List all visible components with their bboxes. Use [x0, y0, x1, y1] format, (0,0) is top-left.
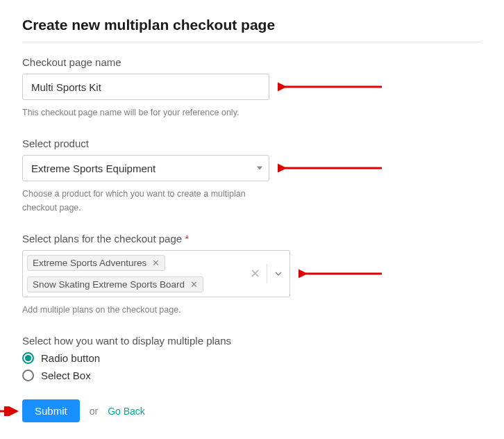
radio-option-radio-button[interactable]: Radio button — [22, 352, 482, 364]
page-title: Create new multiplan checkout page — [22, 17, 482, 33]
display-label: Select how you want to display multiple … — [22, 335, 482, 347]
form-actions: Submit or Go Back — [22, 399, 482, 422]
field-page-name: Checkout page name This checkout page na… — [22, 56, 482, 119]
plans-multiselect[interactable]: Extreme Sports Adventures ✕ Snow Skating… — [22, 250, 290, 297]
radio-icon — [22, 352, 34, 364]
radio-label: Select Box — [41, 370, 91, 381]
arrow-icon — [278, 81, 382, 92]
remove-tag-icon[interactable]: ✕ — [152, 258, 160, 268]
remove-tag-icon[interactable]: ✕ — [190, 279, 198, 290]
page-name-input[interactable] — [22, 74, 269, 100]
caret-down-icon — [257, 167, 262, 170]
product-label: Select product — [22, 138, 482, 149]
arrow-icon — [278, 163, 382, 174]
submit-button[interactable]: Submit — [22, 399, 80, 422]
field-display: Select how you want to display multiple … — [22, 335, 482, 381]
plans-tags-area: Extreme Sports Adventures ✕ Snow Skating… — [23, 251, 242, 297]
arrow-icon — [0, 406, 21, 416]
clear-all-icon[interactable]: ✕ — [243, 266, 267, 281]
product-select-value: Extreme Sports Equipment — [31, 163, 156, 174]
chevron-down-icon — [275, 270, 282, 277]
go-back-link[interactable]: Go Back — [108, 406, 145, 417]
page-name-label: Checkout page name — [22, 56, 482, 68]
product-helper: Choose a product for which you want to c… — [22, 187, 279, 215]
arrow-icon — [299, 268, 382, 279]
or-text: or — [90, 406, 98, 417]
plans-label-text: Select plans for the checkout page — [22, 233, 182, 245]
radio-icon — [22, 370, 34, 381]
radio-label: Radio button — [41, 352, 100, 364]
field-plans: Select plans for the checkout page * Ext… — [22, 233, 482, 317]
product-select[interactable]: Extreme Sports Equipment — [22, 155, 269, 181]
page-name-helper: This checkout page name will be for your… — [22, 106, 279, 119]
plan-tag: Snow Skating Extreme Sports Board ✕ — [27, 276, 203, 292]
required-asterisk: * — [185, 233, 189, 245]
plan-tag-label: Extreme Sports Adventures — [33, 258, 146, 268]
field-product: Select product Extreme Sports Equipment … — [22, 138, 482, 215]
dropdown-toggle[interactable] — [267, 270, 289, 277]
plan-tag: Extreme Sports Adventures ✕ — [27, 255, 165, 271]
plans-helper: Add multiple plans on the checkout page. — [22, 303, 279, 317]
radio-option-select-box[interactable]: Select Box — [22, 370, 482, 381]
divider — [22, 42, 482, 42]
multiselect-controls: ✕ — [242, 251, 289, 297]
plans-label: Select plans for the checkout page * — [22, 233, 482, 245]
plan-tag-label: Snow Skating Extreme Sports Board — [33, 279, 185, 290]
